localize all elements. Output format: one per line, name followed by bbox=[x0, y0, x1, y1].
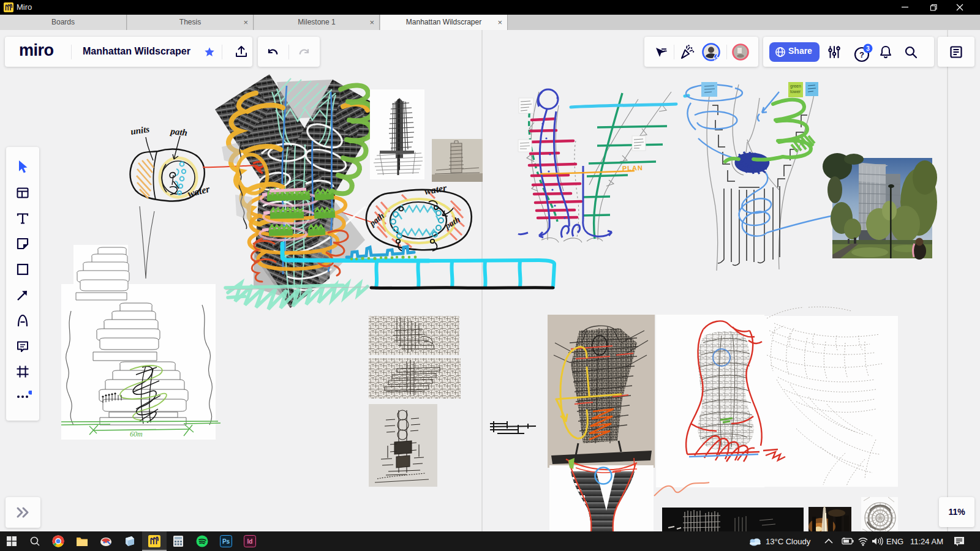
svg-text:water: water bbox=[187, 183, 211, 198]
svg-text:units: units bbox=[130, 124, 150, 137]
svg-text:green: green bbox=[790, 84, 801, 89]
svg-text:Id: Id bbox=[247, 538, 253, 545]
svg-text:3: 3 bbox=[866, 45, 870, 52]
svg-text:Ps: Ps bbox=[222, 538, 230, 545]
svg-text:60m: 60m bbox=[130, 430, 143, 438]
svg-text:water: water bbox=[424, 182, 448, 197]
svg-text:tower: tower bbox=[790, 89, 801, 94]
svg-text:PLAN: PLAN bbox=[622, 164, 643, 172]
svg-text:?: ? bbox=[859, 50, 864, 59]
svg-text:path: path bbox=[169, 126, 188, 138]
